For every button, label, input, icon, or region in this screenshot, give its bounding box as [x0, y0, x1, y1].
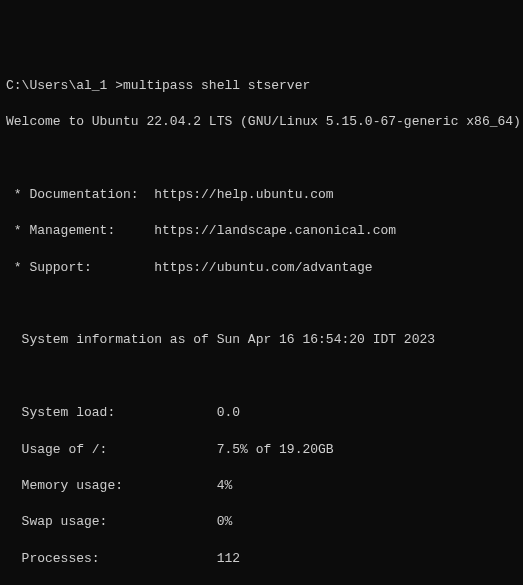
metric-processes: Processes: 112	[6, 550, 517, 568]
support-url: https://ubuntu.com/advantage	[154, 260, 372, 275]
metric-swap-usage: Swap usage: 0%	[6, 513, 517, 531]
support-line: * Support: https://ubuntu.com/advantage	[6, 259, 517, 277]
doc-label: * Documentation:	[6, 187, 154, 202]
cmd-prompt: C:\Users\al_1 >	[6, 78, 123, 93]
mgmt-line: * Management: https://landscape.canonica…	[6, 222, 517, 240]
metric-usage-of: Usage of /: 7.5% of 19.20GB	[6, 441, 517, 459]
cmd-line: C:\Users\al_1 >multipass shell stserver	[6, 77, 517, 95]
mgmt-url: https://landscape.canonical.com	[154, 223, 396, 238]
doc-line: * Documentation: https://help.ubuntu.com	[6, 186, 517, 204]
metric-system-load: System load: 0.0	[6, 404, 517, 422]
cmd-command: multipass shell stserver	[123, 78, 310, 93]
welcome-line: Welcome to Ubuntu 22.04.2 LTS (GNU/Linux…	[6, 113, 517, 131]
blank-line	[6, 295, 517, 313]
sysinfo-header: System information as of Sun Apr 16 16:5…	[6, 331, 517, 349]
blank-line	[6, 150, 517, 168]
blank-line	[6, 368, 517, 386]
mgmt-label: * Management:	[6, 223, 154, 238]
metric-memory-usage: Memory usage: 4%	[6, 477, 517, 495]
support-label: * Support:	[6, 260, 154, 275]
doc-url: https://help.ubuntu.com	[154, 187, 333, 202]
